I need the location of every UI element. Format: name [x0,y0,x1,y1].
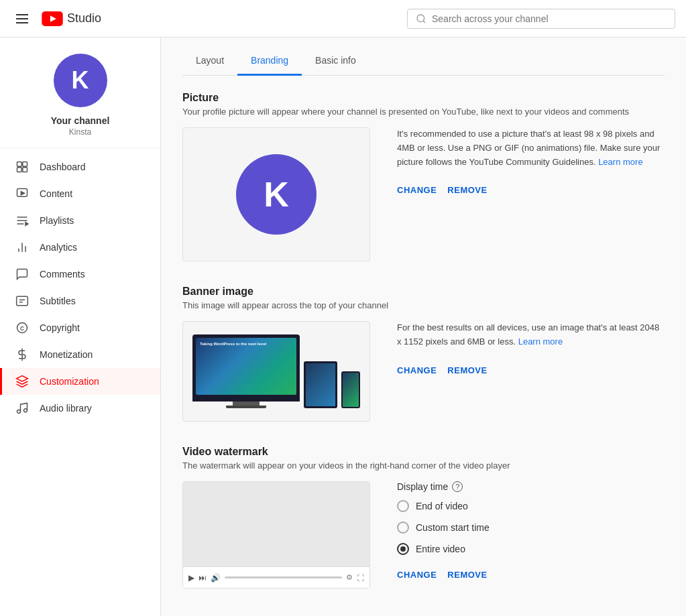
radio-label-end: End of video [416,501,468,511]
svg-line-3 [423,21,425,23]
video-player-preview: ▶ ⏭ 🔊 ⚙ ⛶ [182,481,370,589]
sidebar: K Your channel Kinsta Dashboard Cont [0,38,161,616]
logo[interactable]: Studio [42,11,101,26]
content-icon [15,187,29,200]
display-time-label: Display time ? [397,481,665,492]
sidebar-item-monetization-label: Monetization [40,349,93,360]
tab-branding[interactable]: Branding [237,47,302,76]
play-icon[interactable]: ▶ [188,573,194,582]
sidebar-item-audio-library[interactable]: Audio library [0,395,160,422]
radio-inner-entire [400,546,406,552]
hamburger-menu[interactable] [11,9,34,29]
radio-circle-end [397,500,409,512]
sidebar-item-dashboard-label: Dashboard [40,162,86,172]
banner-actions: CHANGE REMOVE [397,360,665,381]
watermark-options: Display time ? End of video Custom start… [397,481,665,585]
search-bar[interactable] [407,9,675,29]
watermark-change-button[interactable]: CHANGE [397,564,437,585]
phone-device [341,371,360,408]
desktop-device: Taking WordPress to the next level [192,334,300,408]
svg-rect-7 [23,168,27,172]
sidebar-nav: Dashboard Content Playlists [0,148,160,427]
playlists-icon [15,214,29,227]
svg-marker-13 [25,223,28,226]
header-left: Studio [11,9,101,29]
sidebar-item-comments[interactable]: Comments [0,261,160,288]
sidebar-item-content[interactable]: Content [0,180,160,207]
tab-basic-info[interactable]: Basic info [302,47,369,76]
sidebar-item-playlists-label: Playlists [40,215,74,226]
picture-description: Your profile picture will appear where y… [182,107,665,117]
analytics-icon [15,241,29,254]
profile-avatar: K [236,154,317,235]
dashboard-icon [15,160,29,174]
audio-library-icon [15,402,29,415]
banner-learn-more[interactable]: Learn more [518,336,563,347]
svg-rect-6 [17,168,22,172]
watermark-section: Video watermark The watermark will appea… [182,446,665,589]
sidebar-item-dashboard[interactable]: Dashboard [0,153,160,180]
watermark-content: ▶ ⏭ 🔊 ⚙ ⛶ Display time ? End of video [182,481,665,589]
svg-point-24 [24,409,27,412]
radio-custom-start[interactable]: Custom start time [397,521,665,534]
youtube-logo-icon [42,11,63,26]
svg-marker-9 [21,192,24,195]
phone-screen [343,373,359,407]
sidebar-item-subtitles[interactable]: Subtitles [0,288,160,314]
sidebar-item-copyright-label: Copyright [40,322,80,333]
tablet-screen [306,363,335,406]
logo-text: Studio [67,11,101,25]
svg-point-23 [17,410,21,414]
sidebar-item-copyright[interactable]: C Copyright [0,314,160,341]
search-input[interactable] [432,13,667,24]
watermark-title: Video watermark [182,446,665,458]
sidebar-item-monetization[interactable]: Monetization [0,341,160,368]
sidebar-item-customization-label: Customization [40,376,99,387]
progress-bar [225,576,342,578]
channel-info: K Your channel Kinsta [0,38,160,148]
monetization-icon [15,348,29,361]
settings-icon[interactable]: ⚙ [346,573,353,582]
channel-name: Your channel [51,115,110,126]
help-icon[interactable]: ? [452,481,463,492]
banner-section: Banner image This image will appear acro… [182,286,665,422]
sidebar-item-audio-library-label: Audio library [40,403,92,414]
radio-entire-video[interactable]: Entire video [397,543,665,555]
radio-end-of-video[interactable]: End of video [397,500,665,512]
fullscreen-icon[interactable]: ⛶ [357,574,364,582]
search-icon [416,13,426,24]
tab-layout[interactable]: Layout [182,47,237,76]
radio-label-custom: Custom start time [416,522,490,533]
picture-section: Picture Your profile picture will appear… [182,92,665,261]
header: Studio [0,0,686,38]
channel-handle: Kinsta [69,127,91,137]
watermark-remove-button[interactable]: REMOVE [447,564,487,585]
watermark-description: The watermark will appear on your videos… [182,460,665,471]
volume-icon[interactable]: 🔊 [211,573,221,582]
video-controls: ▶ ⏭ 🔊 ⚙ ⛶ [183,566,369,588]
customization-icon [15,375,29,388]
svg-point-2 [417,15,424,22]
banner-overlay-text: Taking WordPress to the next level [200,342,266,347]
comments-icon [15,267,29,281]
banner-description: This image will appear across the top of… [182,300,665,310]
banner-remove-button[interactable]: REMOVE [447,360,487,381]
banner-info: For the best results on all devices, use… [397,321,665,381]
sidebar-item-subtitles-label: Subtitles [40,296,76,306]
svg-rect-4 [17,162,22,167]
radio-label-entire: Entire video [416,544,465,554]
picture-remove-button[interactable]: REMOVE [447,180,487,200]
video-screen [183,482,369,568]
skip-icon[interactable]: ⏭ [198,573,207,582]
banner-change-button[interactable]: CHANGE [397,360,437,381]
picture-learn-more[interactable]: Learn more [598,157,642,167]
radio-circle-custom [397,521,409,534]
picture-actions: CHANGE REMOVE [397,180,665,200]
main-content: Channel customization Layout Branding Ba… [161,0,686,616]
picture-change-button[interactable]: CHANGE [397,180,437,200]
sidebar-item-customization[interactable]: Customization [0,368,160,395]
banner-title: Banner image [182,286,665,298]
sidebar-item-playlists[interactable]: Playlists [0,207,160,234]
sidebar-item-analytics[interactable]: Analytics [0,234,160,261]
banner-content: Taking WordPress to the next level [182,321,665,422]
